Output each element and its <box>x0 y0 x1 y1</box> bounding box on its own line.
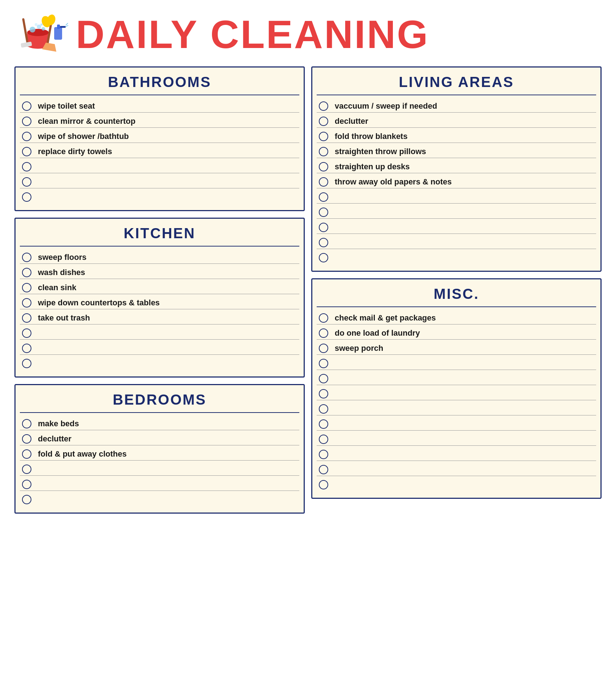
list-item: straighten up desks <box>317 158 596 173</box>
checkbox[interactable] <box>319 480 328 489</box>
checkbox[interactable] <box>319 435 328 444</box>
checkbox[interactable] <box>22 480 31 489</box>
item-text: replace dirty towels <box>38 147 112 156</box>
kitchen-section: KITCHEN sweep floors wash dishes clean s… <box>14 218 305 378</box>
checkbox[interactable] <box>22 253 31 262</box>
item-text: check mail & get packages <box>335 313 436 323</box>
svg-rect-13 <box>57 25 60 29</box>
list-item: make beds <box>20 415 299 430</box>
item-text: make beds <box>38 419 79 428</box>
list-item: wipe down countertops & tables <box>20 294 299 309</box>
living-areas-title: LIVING AREAS <box>312 67 600 95</box>
checkbox[interactable] <box>319 223 328 232</box>
svg-point-6 <box>35 23 38 26</box>
item-text: clean sink <box>38 283 76 292</box>
checkbox[interactable] <box>319 101 328 111</box>
svg-point-7 <box>40 23 43 26</box>
item-text: clean mirror & countertop <box>38 117 135 126</box>
item-text: throw away old papers & notes <box>335 177 452 187</box>
item-text: wipe of shower /bathtub <box>38 132 129 141</box>
checkbox[interactable] <box>319 192 328 202</box>
living-areas-divider <box>317 95 596 95</box>
list-item <box>20 355 299 370</box>
bathrooms-section: BATHROOMS wipe toilet seat clean mirror … <box>14 66 305 211</box>
list-item <box>20 491 299 506</box>
item-text: fold throw blankets <box>335 132 408 141</box>
checkbox[interactable] <box>319 253 328 262</box>
bathrooms-list: wipe toilet seat clean mirror & countert… <box>16 97 304 204</box>
kitchen-list: sweep floors wash dishes clean sink wipe… <box>16 249 304 370</box>
item-text: sweep floors <box>38 253 86 262</box>
checkbox[interactable] <box>22 419 31 428</box>
checkbox[interactable] <box>22 268 31 277</box>
checkbox[interactable] <box>22 298 31 308</box>
svg-point-5 <box>42 27 45 31</box>
checkbox[interactable] <box>319 132 328 141</box>
list-item: do one load of laundry <box>317 324 596 340</box>
checkbox[interactable] <box>319 238 328 247</box>
checkbox[interactable] <box>319 147 328 156</box>
bathrooms-divider <box>20 95 299 95</box>
list-item <box>317 204 596 219</box>
checkbox[interactable] <box>22 192 31 202</box>
list-item: wipe toilet seat <box>20 97 299 113</box>
checkbox[interactable] <box>319 374 328 383</box>
checkbox[interactable] <box>319 419 328 429</box>
list-item <box>317 370 596 385</box>
svg-point-3 <box>30 27 35 32</box>
list-item <box>20 461 299 476</box>
list-item: check mail & get packages <box>317 309 596 324</box>
checkbox[interactable] <box>319 313 328 323</box>
checkbox[interactable] <box>319 162 328 171</box>
checkbox[interactable] <box>319 389 328 398</box>
list-item <box>20 188 299 204</box>
list-item <box>20 324 299 340</box>
checkbox[interactable] <box>22 465 31 474</box>
checkbox[interactable] <box>22 434 31 444</box>
checkbox[interactable] <box>22 177 31 187</box>
checkbox[interactable] <box>319 359 328 368</box>
list-item <box>317 431 596 446</box>
checkbox[interactable] <box>319 177 328 187</box>
checkbox[interactable] <box>22 117 31 126</box>
checkbox[interactable] <box>22 313 31 323</box>
checkbox[interactable] <box>22 147 31 156</box>
checkbox[interactable] <box>319 117 328 126</box>
list-item <box>20 173 299 188</box>
checkbox[interactable] <box>319 404 328 414</box>
list-item: straighten throw pillows <box>317 143 596 158</box>
list-item: wipe of shower /bathtub <box>20 128 299 143</box>
misc-section: MISC. check mail & get packages do one l… <box>311 278 602 499</box>
checkbox[interactable] <box>319 344 328 353</box>
page-title: DAILY CLEANING <box>76 14 429 54</box>
checkbox[interactable] <box>22 132 31 141</box>
checkbox[interactable] <box>22 162 31 171</box>
item-text: sweep porch <box>335 344 383 353</box>
list-item: declutter <box>317 113 596 128</box>
page-header: DAILY CLEANING <box>14 11 602 58</box>
list-item <box>317 415 596 431</box>
checkbox[interactable] <box>319 465 328 474</box>
list-item: wash dishes <box>20 264 299 279</box>
list-item <box>317 249 596 264</box>
misc-list: check mail & get packages do one load of… <box>312 309 600 491</box>
list-item: sweep porch <box>317 340 596 355</box>
svg-rect-12 <box>54 27 62 40</box>
bedrooms-section: BEDROOMS make beds declutter fold & put … <box>14 384 305 514</box>
list-item <box>317 355 596 370</box>
checkbox[interactable] <box>319 450 328 459</box>
checkbox[interactable] <box>22 359 31 368</box>
checkbox[interactable] <box>319 208 328 217</box>
list-item <box>20 476 299 491</box>
checkbox[interactable] <box>22 449 31 459</box>
checkbox[interactable] <box>22 283 31 292</box>
bedrooms-list: make beds declutter fold & put away clot… <box>16 415 304 506</box>
checkbox[interactable] <box>22 328 31 338</box>
checkbox[interactable] <box>22 495 31 504</box>
checkbox[interactable] <box>22 101 31 111</box>
checkbox[interactable] <box>22 344 31 353</box>
item-text: straighten throw pillows <box>335 147 426 156</box>
misc-divider <box>317 306 596 307</box>
list-item: throw away old papers & notes <box>317 173 596 188</box>
checkbox[interactable] <box>319 328 328 338</box>
